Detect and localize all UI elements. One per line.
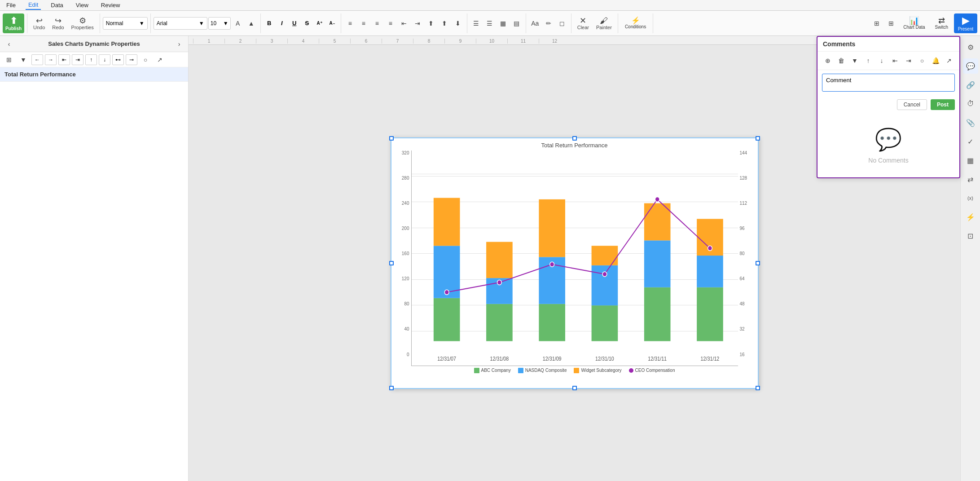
menu-review[interactable]: Review <box>98 1 123 9</box>
comment-chevron[interactable]: ▼ <box>849 54 861 67</box>
chart-data-button[interactable]: 📊 Chart Data <box>899 14 929 32</box>
handle-ml[interactable] <box>389 261 394 265</box>
right-panel: 1 2 3 4 5 6 7 8 9 10 11 12 <box>189 36 980 481</box>
borders-button[interactable]: ▦ <box>497 17 510 30</box>
circle-toggle[interactable]: ○ <box>139 53 152 66</box>
comments-title: Comments <box>823 40 855 48</box>
indent-right[interactable]: → <box>45 54 57 65</box>
numbered-button[interactable]: ☰ <box>483 17 496 30</box>
indent-inc-button[interactable]: ⇥ <box>411 17 424 30</box>
bold-button[interactable]: B <box>264 18 275 29</box>
clip-icon-btn[interactable]: 📎 <box>963 115 978 130</box>
conditions-button[interactable]: ⚡ Conditions <box>621 14 650 32</box>
panel-collapse-button[interactable]: ‹ <box>3 38 15 50</box>
eraser-button[interactable]: ◻ <box>556 17 568 30</box>
valign-bot-button[interactable]: ⬇ <box>452 17 464 30</box>
comments-icon-btn[interactable]: 💬 <box>963 58 978 74</box>
menu-view[interactable]: View <box>73 1 91 9</box>
slide-item-total-return[interactable]: Total Return Performance <box>0 67 188 82</box>
link-icon-btn[interactable]: 🔗 <box>963 77 978 93</box>
post-button[interactable]: Post <box>931 99 955 110</box>
indent-left[interactable]: ← <box>31 54 43 65</box>
grid2-button[interactable]: ⊞ <box>885 17 897 30</box>
superscript-button[interactable]: A⁺ <box>314 18 325 29</box>
present-button[interactable]: ▶ Present <box>954 13 977 33</box>
undo-button[interactable]: ↩ Undo <box>30 14 48 32</box>
handle-tl[interactable] <box>389 136 394 141</box>
menu-edit[interactable]: Edit <box>26 0 41 10</box>
check-icon-btn[interactable]: ✓ <box>963 134 978 149</box>
indent-less[interactable]: ⇤ <box>58 54 70 65</box>
grid-button[interactable]: ⊞ <box>870 17 883 30</box>
comment-down-button[interactable]: ↓ <box>876 54 888 67</box>
subscript-button[interactable]: A₋ <box>326 18 338 29</box>
menu-data[interactable]: Data <box>48 1 66 9</box>
slide-canvas[interactable]: Total Return Performance 320 280 240 200… <box>391 137 759 389</box>
valign-mid-button[interactable]: ⬆ <box>438 17 451 30</box>
pen-button[interactable]: ✏ <box>542 17 555 30</box>
cancel-button[interactable]: Cancel <box>897 99 927 110</box>
switch-button[interactable]: ⇄ Switch <box>931 14 952 32</box>
clear-button[interactable]: ✕ Clear <box>574 14 592 32</box>
valign-top-button[interactable]: ⬆ <box>425 17 437 30</box>
handle-bm[interactable] <box>572 386 577 390</box>
handle-tm[interactable] <box>572 136 577 141</box>
comment-align-right[interactable]: ⇥ <box>903 54 914 67</box>
align-v[interactable]: ⊸ <box>126 54 137 65</box>
valign-down[interactable]: ↓ <box>99 54 110 65</box>
align-center-button[interactable]: ≡ <box>357 17 370 30</box>
highlight-button[interactable]: ▲ <box>245 17 258 30</box>
screen-icon-btn[interactable]: ⊡ <box>963 228 978 243</box>
align-h[interactable]: ⊷ <box>112 54 124 65</box>
comment-arrow[interactable]: ↗ <box>943 54 955 67</box>
valign-up[interactable]: ↑ <box>85 54 97 65</box>
comment-bell[interactable]: 🔔 <box>930 54 941 67</box>
font-dropdown[interactable]: Arial ▼ <box>154 17 207 30</box>
font-color-button[interactable]: A <box>232 17 244 30</box>
menu-file[interactable]: File <box>4 1 18 9</box>
justify-button[interactable]: ≡ <box>384 17 397 30</box>
translate-icon-btn[interactable]: ⇄ <box>963 172 978 187</box>
flash-icon-btn[interactable]: ⚡ <box>963 209 978 225</box>
underline-button[interactable]: U <box>289 18 300 29</box>
strikethrough-button[interactable]: S <box>301 18 313 29</box>
indent-dec-button[interactable]: ⇤ <box>398 17 410 30</box>
style-dropdown[interactable]: Normal ▼ <box>103 17 148 30</box>
variable-icon-btn[interactable]: (x) <box>963 190 978 206</box>
abc-button[interactable]: Aa <box>529 17 541 30</box>
properties-icon-btn[interactable]: ⚙ <box>963 40 978 55</box>
font-size-dropdown[interactable]: 10 ▼ <box>208 17 231 30</box>
panel-expand-button[interactable]: › <box>173 38 185 50</box>
properties-button[interactable]: ⚙ Properties <box>68 14 97 32</box>
history-icon-btn[interactable]: ⏱ <box>963 96 978 111</box>
handle-mr[interactable] <box>756 261 760 265</box>
svg-text:12/31/10: 12/31/10 <box>595 356 614 362</box>
comment-align-left[interactable]: ⇤ <box>889 54 901 67</box>
arrow-toggle[interactable]: ↗ <box>154 53 166 66</box>
align-left-button[interactable]: ≡ <box>344 17 356 30</box>
handle-br[interactable] <box>756 386 760 390</box>
indent-more[interactable]: ⇥ <box>72 54 83 65</box>
panel-icon2[interactable]: ▼ <box>17 53 30 66</box>
bullets-button[interactable]: ☰ <box>470 17 483 30</box>
italic-button[interactable]: I <box>276 18 288 29</box>
publish-label: Publish <box>5 26 22 31</box>
comment-up-button[interactable]: ↑ <box>862 54 874 67</box>
handle-bl[interactable] <box>389 386 394 390</box>
redo-button[interactable]: ↪ Redo <box>49 14 67 32</box>
handle-tr[interactable] <box>756 136 760 141</box>
panel-icon1[interactable]: ⊞ <box>3 53 15 66</box>
shading-button[interactable]: ▤ <box>510 17 523 30</box>
delete-comment-button[interactable]: 🗑 <box>835 54 847 67</box>
align-right-button[interactable]: ≡ <box>371 17 383 30</box>
ceo-point-5 <box>655 197 659 202</box>
add-comment-button[interactable]: ⊕ <box>822 54 834 67</box>
table2-icon-btn[interactable]: ▦ <box>963 153 978 168</box>
comment-circle[interactable]: ○ <box>916 54 928 67</box>
svg-rect-14 <box>644 203 670 240</box>
publish-button[interactable]: ⬆ Publish <box>3 13 24 33</box>
painter-button[interactable]: 🖌 Painter <box>593 14 615 32</box>
comments-header: Comments <box>817 37 959 52</box>
main-area: ‹ Sales Charts Dynamic Properties › ⊞ ▼ … <box>0 36 980 481</box>
comment-input[interactable]: Comment <box>822 74 955 92</box>
